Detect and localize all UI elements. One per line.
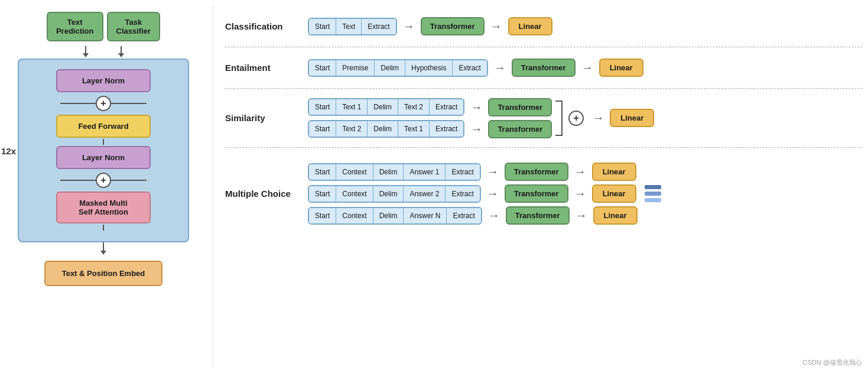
layer-norm-1: Layer Norm — [56, 69, 151, 92]
mc-answer2: Answer 2 — [404, 186, 446, 202]
mc-row-n: Start Context Delim Answer N Extract → T… — [308, 206, 638, 225]
plus-circle-1: + — [96, 96, 111, 111]
mc-context-1: Context — [336, 164, 373, 180]
t-start-s1: Start — [309, 99, 336, 115]
token-start: Start — [309, 19, 336, 34]
linear-classification: Linear — [508, 17, 552, 35]
sim-tokens-1: Start Text 1 Delim Text 2 Extract — [308, 98, 464, 116]
similarity-sequences: Start Text 1 Delim Text 2 Extract → Tran… — [308, 98, 552, 138]
mc-row-2: Start Context Delim Answer 2 Extract → T… — [308, 184, 638, 203]
layer-norm-2: Layer Norm — [56, 146, 151, 169]
similarity-content: Start Text 1 Delim Text 2 Extract → Tran… — [308, 98, 862, 138]
linear-similarity: Linear — [610, 109, 654, 127]
mc-extract-n: Extract — [447, 208, 480, 223]
t-delim-s2: Delim — [368, 121, 398, 137]
token-delim-e: Delim — [375, 60, 405, 76]
mc-arrow-tn: → — [576, 209, 587, 222]
sim-plus: + — [568, 111, 584, 126]
feed-forward-box: Feed Forward — [56, 115, 151, 138]
mc-transformer-n: Transformer — [506, 206, 570, 225]
mc-start-2: Start — [309, 186, 336, 202]
plus-circle-2: + — [96, 173, 111, 188]
token-premise: Premise — [336, 60, 375, 76]
t-delim-s1: Delim — [368, 99, 398, 115]
top-outputs: TextPrediction TaskClassifier — [47, 12, 160, 41]
t-text1-s1: Text 1 — [336, 99, 368, 115]
classification-row: Classification Start Text Extract → Tran… — [225, 6, 862, 47]
mc-answern: Answer N — [404, 208, 447, 223]
mc-tokens-1: Start Context Delim Answer 1 Extract — [308, 163, 481, 181]
t-text2-s1: Text 2 — [398, 99, 430, 115]
mc-sequences: Start Context Delim Answer 1 Extract → T… — [308, 163, 638, 225]
nx-label: 12x — [1, 145, 16, 155]
entailment-label: Entailment — [225, 63, 302, 73]
mc-delim-2: Delim — [373, 186, 404, 202]
t-text2-s2: Text 2 — [336, 121, 368, 137]
mc-arrow-t2: → — [574, 187, 586, 200]
sim-bracket — [555, 100, 563, 136]
mc-linear-1: Linear — [592, 163, 636, 181]
token-hypothesis: Hypothesis — [405, 60, 453, 76]
attention-box: Masked MultiSelf Attention — [56, 192, 151, 223]
arrow-to-embed — [103, 242, 104, 251]
text-prediction-box: TextPrediction — [47, 12, 103, 41]
entailment-content: Start Premise Delim Hypothesis Extract →… — [308, 59, 862, 77]
mc-start-n: Start — [309, 208, 336, 223]
arrows-from-outputs — [83, 46, 124, 57]
entailment-row: Entailment Start Premise Delim Hypothesi… — [225, 47, 862, 89]
mc-content: Start Context Delim Answer 1 Extract → T… — [308, 163, 862, 225]
arrowhead-to-embed — [100, 251, 106, 255]
sim-row-1: Start Text 1 Delim Text 2 Extract → Tran… — [308, 98, 552, 116]
mc-linear-n: Linear — [593, 206, 638, 225]
arrow-right-1: → — [403, 20, 415, 33]
token-start-e: Start — [309, 60, 336, 76]
mc-transformer-1: Transformer — [505, 163, 568, 181]
classification-content: Start Text Extract → Transformer → Linea… — [308, 17, 862, 35]
sim-tokens-2: Start Text 2 Delim Text 1 Extract — [308, 120, 464, 138]
entailment-inner: Start Premise Delim Hypothesis Extract →… — [308, 59, 862, 77]
t-start-s2: Start — [309, 121, 336, 137]
mc-delim-n: Delim — [373, 208, 404, 223]
transformer-classification: Transformer — [421, 17, 485, 35]
watermark: CSDN @瑞雪兆我心 — [803, 358, 862, 367]
arrow-s2: → — [470, 122, 482, 136]
right-panel: Classification Start Text Extract → Tran… — [213, 6, 862, 367]
linear-entailment: Linear — [599, 59, 643, 77]
classification-inner: Start Text Extract → Transformer → Linea… — [308, 17, 862, 35]
transformer-entailment: Transformer — [512, 59, 576, 77]
t-extract-s1: Extract — [430, 99, 463, 115]
multiple-choice-row: Multiple Choice Start Context Delim Answ… — [225, 148, 862, 239]
transformer-s2: Transformer — [488, 120, 552, 138]
arrow-right-e2: → — [581, 61, 593, 74]
similarity-row: Similarity Start Text 1 Delim Text 2 Ext… — [225, 89, 862, 148]
classification-tokens: Start Text Extract — [308, 18, 397, 35]
transformer-block: 12x Layer Norm + Feed Forward Layer Norm… — [18, 59, 189, 242]
mc-merge-icon — [645, 185, 661, 202]
mc-context-n: Context — [336, 208, 373, 223]
mc-row-1: Start Context Delim Answer 1 Extract → T… — [308, 163, 638, 181]
mc-tokens-2: Start Context Delim Answer 2 Extract — [308, 185, 481, 203]
sim-row-2: Start Text 2 Delim Text 1 Extract → Tran… — [308, 120, 552, 138]
mc-arrow-n: → — [488, 209, 500, 222]
mc-context-2: Context — [336, 186, 373, 202]
entailment-tokens: Start Premise Delim Hypothesis Extract — [308, 59, 488, 77]
arrow-right-2: → — [490, 20, 502, 33]
mc-transformer-2: Transformer — [505, 184, 568, 203]
token-extract: Extract — [362, 19, 395, 34]
token-extract-e: Extract — [453, 60, 486, 76]
mc-start-1: Start — [309, 164, 336, 180]
mc-arrow-t1: → — [574, 165, 586, 179]
arrow-sim-linear: → — [592, 111, 604, 125]
t-extract-s2: Extract — [430, 121, 463, 137]
transformer-s1: Transformer — [488, 98, 552, 116]
mc-group: Start Context Delim Answer 1 Extract → T… — [308, 163, 862, 225]
mc-delim-1: Delim — [373, 164, 404, 180]
task-classifier-box: TaskClassifier — [107, 12, 161, 41]
mc-extract-2: Extract — [446, 186, 479, 202]
arrow-right-e1: → — [494, 61, 506, 74]
left-panel: TextPrediction TaskClassifier 12x Layer … — [6, 6, 201, 367]
mc-tokens-n: Start Context Delim Answer N Extract — [308, 207, 482, 225]
similarity-label: Similarity — [225, 113, 302, 123]
embed-box: Text & Position Embed — [44, 261, 162, 286]
classification-label: Classification — [225, 21, 302, 31]
